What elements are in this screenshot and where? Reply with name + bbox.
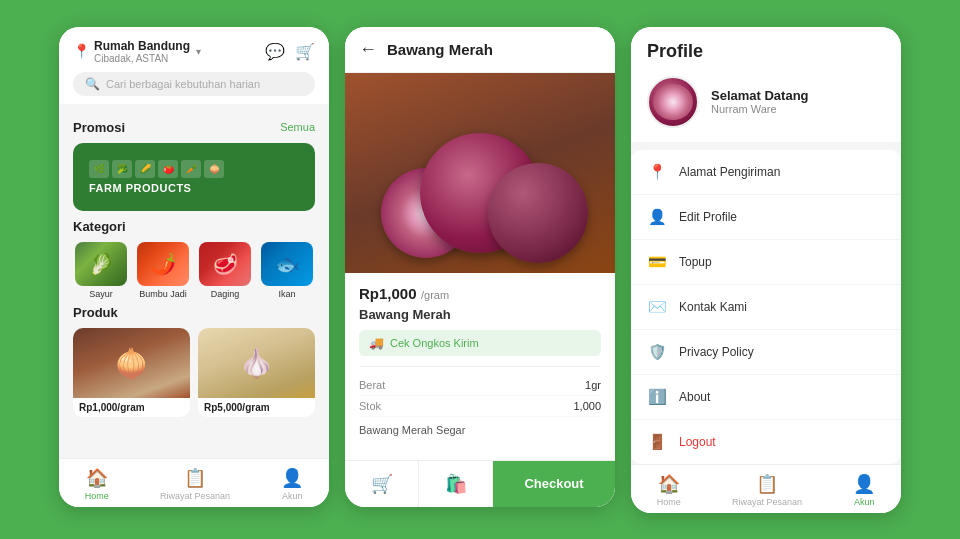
home-screen: 📍 Rumah Bandung Cibadak, ASTAN ▾ 💬 🛒 🔍 C… xyxy=(59,27,329,507)
kategori-daging[interactable]: 🥩 Daging xyxy=(197,242,253,300)
ikan-image: 🐟 xyxy=(261,242,313,286)
berat-label: Berat xyxy=(359,379,385,391)
riwayat-icon: 📋 xyxy=(756,473,778,495)
cart-icon[interactable]: 🛒 xyxy=(295,42,315,61)
profile-nav-akun[interactable]: 👤 Akun xyxy=(853,473,875,507)
akun-nav-label: Akun xyxy=(854,497,875,507)
spec-berat: Berat 1gr xyxy=(359,375,601,396)
topup-label: Topup xyxy=(679,255,712,269)
stok-label: Stok xyxy=(359,400,381,412)
kategori-ikan[interactable]: 🐟 Ikan xyxy=(259,242,315,300)
product-price-unit: /gram xyxy=(421,289,449,301)
location-sub: Cibadak, ASTAN xyxy=(94,53,190,64)
product-info-area: Rp1,000 /gram Bawang Merah 🚚 Cek Ongkos … xyxy=(345,273,615,450)
produk-price-1: Rp1,000/gram xyxy=(79,402,184,413)
product-image-area xyxy=(345,73,615,273)
menu-alamat[interactable]: 📍 Alamat Pengiriman xyxy=(631,150,901,195)
produk-section-header: Produk xyxy=(73,305,315,320)
bumbu-label: Bumbu Jadi xyxy=(139,289,187,300)
kategori-bumbu[interactable]: 🌶️ Bumbu Jadi xyxy=(135,242,191,300)
menu-topup[interactable]: 💳 Topup xyxy=(631,240,901,285)
kategori-sayur[interactable]: 🥬 Sayur xyxy=(73,242,129,300)
farm-icon-1: 🌿 xyxy=(89,160,109,178)
detail-screen: ← Bawang Merah Rp1,000 /gram Bawang Mera… xyxy=(345,27,615,507)
profile-username: Nurram Ware xyxy=(711,103,809,115)
product-specs: Berat 1gr Stok 1,000 Bawang Merah Segar xyxy=(359,366,601,438)
menu-edit-profile[interactable]: 👤 Edit Profile xyxy=(631,195,901,240)
product-description: Bawang Merah Segar xyxy=(359,417,601,438)
alamat-label: Alamat Pengiriman xyxy=(679,165,780,179)
topup-icon: 💳 xyxy=(647,253,667,271)
location-details: Rumah Bandung Cibadak, ASTAN xyxy=(94,39,190,64)
promo-all-link[interactable]: Semua xyxy=(280,121,315,133)
location-info[interactable]: 📍 Rumah Bandung Cibadak, ASTAN ▾ xyxy=(73,39,201,64)
search-placeholder: Cari berbagai kebutuhan harian xyxy=(106,78,260,90)
menu-about[interactable]: ℹ️ About xyxy=(631,375,901,420)
bumbu-image: 🌶️ xyxy=(137,242,189,286)
cek-ongkir-button[interactable]: 🚚 Cek Ongkos Kirim xyxy=(359,330,601,356)
profile-header: Profile Selamat Datang Nurram Ware xyxy=(631,27,901,142)
produk-item-1[interactable]: 🧅 Rp1,000/gram xyxy=(73,328,190,417)
kontak-label: Kontak Kami xyxy=(679,300,747,314)
product-price-row: Rp1,000 /gram xyxy=(359,285,601,303)
riwayat-nav-label: Riwayat Pesanan xyxy=(732,497,802,507)
profile-nav-home[interactable]: 🏠 Home xyxy=(657,473,681,507)
nav-home[interactable]: 🏠 Home xyxy=(85,467,109,501)
detail-header: ← Bawang Merah xyxy=(345,27,615,73)
produk-title: Produk xyxy=(73,305,118,320)
profile-title: Profile xyxy=(647,41,885,62)
about-icon: ℹ️ xyxy=(647,388,667,406)
add-to-cart-button[interactable]: 🛒 xyxy=(345,461,419,507)
kontak-icon: ✉️ xyxy=(647,298,667,316)
product-name: Bawang Merah xyxy=(359,307,601,322)
sayur-label: Sayur xyxy=(89,289,113,300)
avatar-inner xyxy=(653,84,693,120)
produk-item-2[interactable]: 🧄 Rp5,000/gram xyxy=(198,328,315,417)
farm-icon-3: 🌽 xyxy=(135,160,155,178)
produk-price-2: Rp5,000/gram xyxy=(204,402,309,413)
riwayat-nav-icon: 📋 xyxy=(184,467,206,489)
kategori-section-header: Kategori xyxy=(73,219,315,234)
location-row: 📍 Rumah Bandung Cibadak, ASTAN ▾ 💬 🛒 xyxy=(73,39,315,64)
promo-title: Promosi xyxy=(73,120,125,135)
chat-icon[interactable]: 💬 xyxy=(265,42,285,61)
daging-image: 🥩 xyxy=(199,242,251,286)
search-bar[interactable]: 🔍 Cari berbagai kebutuhan harian xyxy=(73,72,315,96)
menu-logout[interactable]: 🚪 Logout xyxy=(631,420,901,464)
promo-banner[interactable]: 🌿 🥦 🌽 🍅 🥕 🧅 FARM PRODUCTS xyxy=(73,143,315,211)
nav-riwayat-label: Riwayat Pesanan xyxy=(160,491,230,501)
nav-riwayat[interactable]: 📋 Riwayat Pesanan xyxy=(160,467,230,501)
home-nav-icon: 🏠 xyxy=(86,467,108,489)
home-nav-label: Home xyxy=(657,497,681,507)
profile-greeting: Selamat Datang xyxy=(711,88,809,103)
menu-privacy[interactable]: 🛡️ Privacy Policy xyxy=(631,330,901,375)
promo-banner-title: FARM PRODUCTS xyxy=(89,182,299,194)
nav-home-label: Home xyxy=(85,491,109,501)
checkout-label: Checkout xyxy=(524,476,583,491)
privacy-label: Privacy Policy xyxy=(679,345,754,359)
berat-value: 1gr xyxy=(585,379,601,391)
nav-akun-label: Akun xyxy=(282,491,303,501)
checkout-button[interactable]: Checkout xyxy=(493,461,615,507)
ongkir-icon: 🚚 xyxy=(369,336,384,350)
nav-akun[interactable]: 👤 Akun xyxy=(281,467,303,501)
profile-name-group: Selamat Datang Nurram Ware xyxy=(711,88,809,115)
farm-icon-5: 🥕 xyxy=(181,160,201,178)
home-icon: 🏠 xyxy=(658,473,680,495)
kategori-title: Kategori xyxy=(73,219,126,234)
detail-screen-title: Bawang Merah xyxy=(387,41,493,58)
menu-kontak[interactable]: ✉️ Kontak Kami xyxy=(631,285,901,330)
wishlist-button[interactable]: 🛍️ xyxy=(419,461,493,507)
produk-image-2: 🧄 xyxy=(198,328,315,398)
back-button[interactable]: ← xyxy=(359,39,377,60)
produk-info-2: Rp5,000/gram xyxy=(198,398,315,417)
home-bottom-nav: 🏠 Home 📋 Riwayat Pesanan 👤 Akun xyxy=(59,458,329,507)
profile-nav-riwayat[interactable]: 📋 Riwayat Pesanan xyxy=(732,473,802,507)
profile-user-info: Selamat Datang Nurram Ware xyxy=(647,76,885,128)
chevron-down-icon: ▾ xyxy=(196,46,201,57)
profile-screen: Profile Selamat Datang Nurram Ware 📍 Ala… xyxy=(631,27,901,513)
ongkir-label: Cek Ongkos Kirim xyxy=(390,337,479,349)
produk-grid: 🧅 Rp1,000/gram 🧄 Rp5,000/gram xyxy=(73,328,315,417)
alamat-icon: 📍 xyxy=(647,163,667,181)
sayur-image: 🥬 xyxy=(75,242,127,286)
